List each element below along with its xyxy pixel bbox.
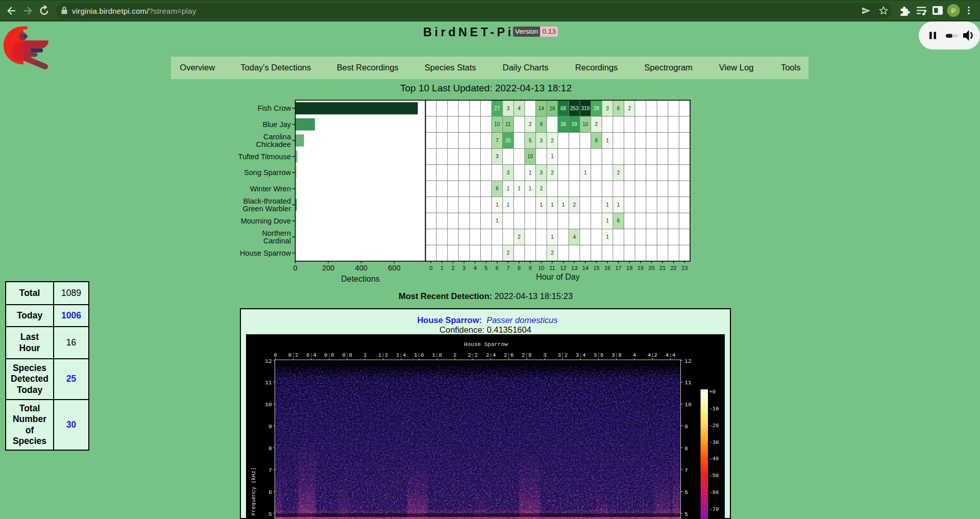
svg-text:21: 21: [659, 265, 666, 271]
svg-text:4: 4: [518, 106, 521, 111]
svg-text:2: 2: [451, 265, 454, 271]
svg-text:House Sparrow: House Sparrow: [240, 249, 291, 257]
svg-text:12: 12: [560, 265, 566, 271]
svg-text:Winter Wren: Winter Wren: [250, 185, 291, 193]
svg-text:12: 12: [265, 358, 272, 364]
svg-text:1: 1: [507, 202, 510, 208]
svg-text:10: 10: [265, 401, 272, 408]
svg-text:0:2: 0:2: [288, 352, 299, 358]
svg-text:7: 7: [506, 265, 509, 271]
svg-text:-60: -60: [709, 489, 719, 496]
svg-text:Detections: Detections: [341, 275, 380, 283]
svg-text:1: 1: [507, 186, 510, 191]
svg-text:39: 39: [572, 121, 578, 127]
svg-text:1: 1: [529, 170, 532, 176]
svg-text:-40: -40: [709, 456, 719, 462]
svg-text:253: 253: [570, 106, 579, 111]
svg-text:11: 11: [684, 379, 692, 386]
svg-text:Black-throated: Black-throated: [243, 197, 291, 205]
svg-text:3: 3: [462, 265, 465, 271]
svg-text:2: 2: [551, 170, 554, 176]
svg-text:1: 1: [496, 202, 499, 208]
svg-text:5: 5: [484, 265, 487, 271]
svg-text:6: 6: [496, 186, 499, 191]
svg-text:0:4: 0:4: [306, 352, 316, 358]
svg-text:200: 200: [322, 264, 334, 272]
svg-text:-70: -70: [709, 506, 719, 512]
svg-text:14: 14: [582, 265, 589, 271]
svg-text:3: 3: [540, 138, 543, 143]
svg-text:8: 8: [518, 265, 521, 271]
svg-text:Carolina: Carolina: [263, 133, 291, 141]
svg-text:2: 2: [551, 250, 554, 256]
svg-text:0: 0: [274, 352, 277, 358]
svg-text:-10: -10: [709, 406, 719, 412]
svg-text:9: 9: [529, 265, 532, 271]
svg-text:1: 1: [584, 170, 587, 176]
svg-text:5: 5: [529, 138, 532, 143]
svg-text:20: 20: [648, 265, 654, 271]
svg-text:1: 1: [562, 202, 565, 208]
svg-text:1:6: 1:6: [414, 352, 424, 358]
svg-text:5: 5: [268, 511, 272, 517]
svg-text:10: 10: [527, 154, 533, 159]
svg-text:3: 3: [543, 352, 547, 358]
svg-text:Blue Jay: Blue Jay: [262, 120, 291, 129]
svg-text:4:4: 4:4: [666, 352, 676, 358]
svg-text:Cardinal: Cardinal: [263, 237, 291, 245]
svg-text:3: 3: [507, 170, 510, 176]
svg-text:4:2: 4:2: [647, 352, 657, 358]
svg-text:2: 2: [507, 250, 510, 256]
svg-text:Top 10 Last Updated: 2022-04-1: Top 10 Last Updated: 2022-04-13 18:12: [400, 83, 572, 93]
svg-text:2: 2: [453, 352, 457, 358]
svg-text:-50: -50: [709, 473, 719, 479]
svg-text:0: 0: [429, 265, 432, 271]
svg-text:6: 6: [617, 218, 620, 224]
svg-text:19: 19: [638, 265, 644, 271]
svg-text:1: 1: [440, 265, 444, 271]
svg-text:+0: +0: [709, 389, 716, 395]
svg-text:2:6: 2:6: [504, 352, 514, 358]
svg-text:2:2: 2:2: [468, 352, 478, 358]
svg-text:3: 3: [496, 154, 499, 159]
svg-text:14: 14: [538, 106, 545, 111]
svg-text:1:4: 1:4: [396, 352, 406, 358]
svg-text:2: 2: [551, 138, 554, 143]
svg-text:3:6: 3:6: [594, 352, 604, 358]
svg-text:2: 2: [529, 121, 532, 127]
svg-text:Hour of Day: Hour of Day: [536, 273, 579, 281]
svg-text:2:4: 2:4: [486, 352, 496, 358]
svg-text:1:8: 1:8: [432, 352, 442, 358]
svg-text:68: 68: [560, 106, 567, 111]
svg-text:12: 12: [684, 358, 692, 364]
svg-text:2: 2: [628, 106, 631, 111]
svg-text:House Sparrow: House Sparrow: [464, 341, 508, 348]
svg-text:1: 1: [606, 218, 609, 224]
svg-text:-30: -30: [709, 439, 719, 446]
svg-text:8: 8: [684, 445, 688, 452]
svg-text:9: 9: [268, 423, 272, 430]
svg-text:11: 11: [549, 265, 555, 271]
svg-text:1: 1: [551, 202, 554, 208]
svg-text:16: 16: [604, 265, 610, 271]
svg-text:3:2: 3:2: [557, 352, 568, 358]
svg-text:10: 10: [582, 121, 589, 127]
svg-text:2: 2: [617, 170, 620, 176]
svg-text:7: 7: [684, 467, 688, 474]
svg-text:4: 4: [633, 352, 636, 358]
svg-text:2: 2: [595, 121, 598, 127]
svg-text:3: 3: [507, 106, 510, 111]
svg-text:400: 400: [355, 264, 368, 272]
svg-text:9: 9: [540, 121, 543, 127]
svg-text:10: 10: [684, 401, 692, 408]
svg-text:Mourning Dove: Mourning Dove: [241, 217, 291, 225]
svg-text:6: 6: [496, 265, 499, 271]
svg-text:Northern: Northern: [262, 229, 291, 237]
svg-text:16: 16: [549, 106, 555, 111]
svg-text:7: 7: [496, 138, 499, 143]
svg-text:Tufted Titmouse: Tufted Titmouse: [238, 153, 291, 161]
svg-text:600: 600: [388, 264, 400, 272]
svg-text:0:6: 0:6: [324, 352, 334, 358]
svg-text:4: 4: [474, 265, 477, 271]
svg-text:6: 6: [268, 489, 272, 496]
